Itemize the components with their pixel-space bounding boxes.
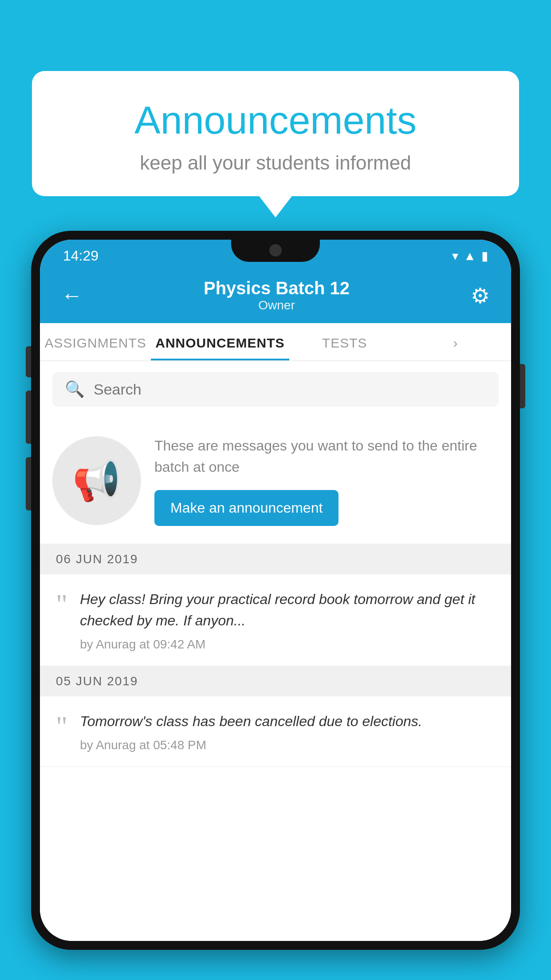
phone-frame: 14:29 ▾ ▲ ▮ ← Physics Batch 12 Owner ⚙ A… <box>31 231 520 950</box>
tab-announcements[interactable]: ANNOUNCEMENTS <box>151 323 289 360</box>
quote-icon-2: " <box>56 712 67 741</box>
announcement-item-1[interactable]: " Hey class! Bring your practical record… <box>40 574 511 666</box>
search-icon: 🔍 <box>65 380 85 399</box>
tabs-container: ASSIGNMENTS ANNOUNCEMENTS TESTS › <box>40 323 511 361</box>
megaphone-icon: 📢 <box>72 458 121 504</box>
announcement-content-2: Tomorrow's class has been cancelled due … <box>80 711 495 752</box>
signal-icon: ▲ <box>464 249 476 263</box>
speech-bubble-container: Announcements keep all your students inf… <box>32 71 519 196</box>
make-announcement-button[interactable]: Make an announcement <box>154 490 338 526</box>
header-title: Physics Batch 12 <box>204 278 350 298</box>
power-button <box>520 364 525 408</box>
announcement-meta-2: by Anurag at 05:48 PM <box>80 738 495 752</box>
tab-assignments[interactable]: ASSIGNMENTS <box>40 323 151 360</box>
header-subtitle: Owner <box>204 298 350 312</box>
volume-down-button <box>26 457 31 510</box>
announcement-item-2[interactable]: " Tomorrow's class has been cancelled du… <box>40 696 511 767</box>
phone-screen: 14:29 ▾ ▲ ▮ ← Physics Batch 12 Owner ⚙ A… <box>40 240 511 941</box>
announcement-content-1: Hey class! Bring your practical record b… <box>80 589 495 652</box>
settings-icon[interactable]: ⚙ <box>471 283 490 308</box>
quote-icon-1: " <box>56 590 67 619</box>
announcement-text-2: Tomorrow's class has been cancelled due … <box>80 711 495 732</box>
bubble-subtitle: keep all your students informed <box>54 152 497 174</box>
volume-up-button <box>26 391 31 444</box>
announcement-text-1: Hey class! Bring your practical record b… <box>80 589 495 631</box>
phone-camera <box>269 244 282 257</box>
empty-state-message: These are messages you want to send to t… <box>154 435 499 478</box>
search-input[interactable] <box>94 381 486 398</box>
status-time: 14:29 <box>63 248 98 264</box>
back-button[interactable]: ← <box>61 283 83 308</box>
empty-state-text: These are messages you want to send to t… <box>154 435 499 526</box>
wifi-icon: ▾ <box>452 249 458 263</box>
volume-silent-button <box>26 346 31 377</box>
announcement-icon-circle: 📢 <box>52 436 141 525</box>
app-header: ← Physics Batch 12 Owner ⚙ <box>40 269 511 323</box>
date-separator-1: 06 JUN 2019 <box>40 544 511 574</box>
tab-more[interactable]: › <box>400 323 511 360</box>
tab-tests[interactable]: TESTS <box>289 323 400 360</box>
announcement-meta-1: by Anurag at 09:42 AM <box>80 637 495 652</box>
content-area: 🔍 📢 These are messages you want to send … <box>40 361 511 941</box>
status-icons: ▾ ▲ ▮ <box>452 249 488 263</box>
bubble-title: Announcements <box>54 98 497 143</box>
empty-state: 📢 These are messages you want to send to… <box>40 417 511 544</box>
date-separator-2: 05 JUN 2019 <box>40 666 511 696</box>
speech-bubble: Announcements keep all your students inf… <box>32 71 519 196</box>
header-title-group: Physics Batch 12 Owner <box>204 278 350 312</box>
battery-icon: ▮ <box>481 249 488 263</box>
phone-notch <box>231 240 320 262</box>
phone-container: 14:29 ▾ ▲ ▮ ← Physics Batch 12 Owner ⚙ A… <box>31 231 520 980</box>
search-bar[interactable]: 🔍 <box>52 372 499 407</box>
